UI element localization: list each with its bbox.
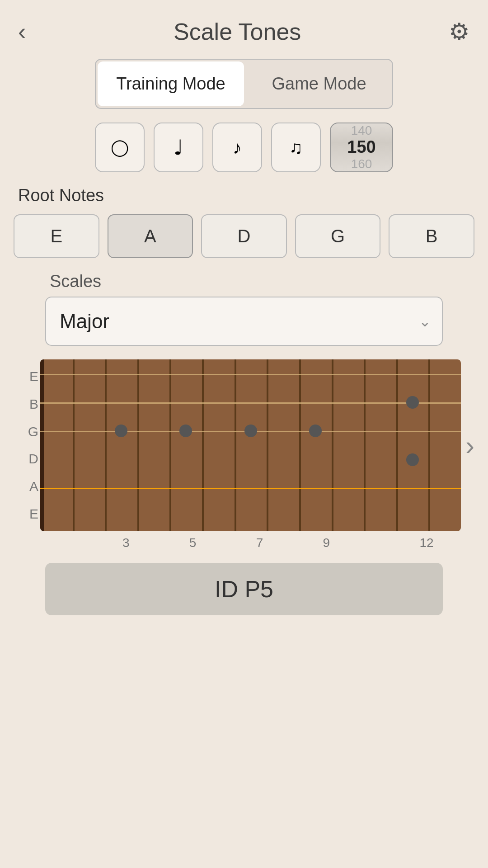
next-arrow-button[interactable]: › [465,430,474,461]
quarter-note-button[interactable]: ♪ [212,123,262,172]
tempo-current: 150 [347,137,375,158]
scales-label: Scales [50,272,488,291]
fretboard[interactable] [40,359,461,531]
fret-line-7 [267,359,268,531]
header: ‹ Scale Tones ⚙ [0,0,488,54]
string-line-d-3 [40,460,461,461]
eighth-note-icon: ♫ [289,137,303,158]
root-note-b[interactable]: B [389,214,474,258]
back-button[interactable]: ‹ [18,20,26,43]
fret-number-9: 9 [315,536,338,550]
fret-line-1 [73,359,75,531]
scales-select[interactable]: MajorMinorPentatonic MajorPentatonic Min… [46,297,442,345]
fretboard-container: EBGDAE › 357912 [14,359,474,554]
scales-select-wrapper: MajorMinorPentatonic MajorPentatonic Min… [45,297,443,346]
fret-number-7: 7 [249,536,271,550]
tempo-below: 160 [351,158,372,170]
fret-line-4 [169,359,171,531]
fret-dot-2 [244,425,257,437]
game-mode-button[interactable]: Game Mode [246,60,392,108]
fret-dot-3 [309,425,322,437]
string-line-e-5 [40,517,461,517]
root-notes-label: Root Notes [18,186,488,205]
string-label-a: A [14,473,38,500]
string-label-e: E [14,363,38,391]
fret-line-11 [396,359,398,531]
fret-line-3 [137,359,139,531]
string-line-b-1 [40,402,461,404]
tempo-above: 140 [351,124,372,137]
training-mode-button[interactable]: Training Mode [98,61,244,106]
root-note-d[interactable]: D [201,214,287,258]
fret-dot-4 [406,396,419,409]
string-label-g: G [14,418,38,445]
string-line-e-0 [40,374,461,375]
string-labels: EBGDAE [14,359,38,531]
fret-line-2 [105,359,107,531]
root-note-e[interactable]: E [14,214,99,258]
mode-toggle: Training Mode Game Mode [95,59,393,109]
fret-dot-5 [406,453,419,466]
root-note-g[interactable]: G [295,214,381,258]
string-line-a-4 [40,488,461,489]
fret-line-5 [202,359,204,531]
quarter-note-icon: ♪ [233,137,242,158]
root-notes-row: EADGB [14,214,474,258]
fret-line-12 [428,359,430,531]
settings-button[interactable]: ⚙ [449,18,470,45]
half-note-button[interactable]: ♩ [154,123,203,172]
fret-number-5: 5 [182,536,204,550]
fret-line-9 [332,359,333,531]
eighth-note-button[interactable]: ♫ [271,123,321,172]
string-label-e: E [14,500,38,528]
id-badge: ID P5 [45,563,443,615]
root-note-a[interactable]: A [108,214,193,258]
fret-numbers: 357912 [40,536,474,554]
whole-note-button[interactable]: ◯ [95,123,145,172]
fret-number-12: 12 [415,536,438,550]
nut-line [40,359,44,531]
fret-line-6 [235,359,236,531]
fret-dot-1 [179,425,192,437]
fret-dot-0 [115,425,127,437]
tempo-wheel[interactable]: 140 150 160 [330,123,393,172]
whole-note-icon: ◯ [111,138,129,157]
page-title: Scale Tones [174,18,301,45]
string-label-d: D [14,445,38,473]
fret-line-10 [364,359,366,531]
string-label-b: B [14,391,38,418]
duration-row: ◯ ♩ ♪ ♫ 140 150 160 [0,123,488,172]
fret-line-8 [299,359,301,531]
half-note-icon: ♩ [174,135,183,160]
fret-number-3: 3 [115,536,137,550]
